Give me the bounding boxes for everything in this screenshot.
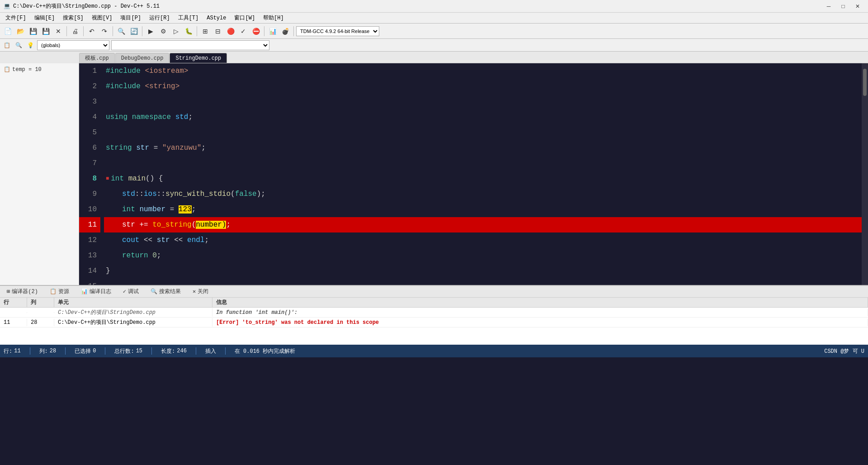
- code-line-2[interactable]: #include <string>: [104, 79, 868, 94]
- toolbar2: 📋 🔍 💡 (globals): [0, 39, 868, 52]
- toolbar-sep-2: [83, 26, 84, 36]
- tb-print[interactable]: 🖨: [69, 25, 81, 37]
- tb-compile-run[interactable]: ▶: [145, 25, 156, 37]
- tb-replace[interactable]: 🔄: [128, 25, 140, 37]
- sidebar-item-label: temp = 10: [12, 66, 42, 73]
- error-row-1[interactable]: 11 28 C:\Dev-C++的项目\StringDemo.cpp [Erro…: [0, 318, 868, 327]
- sidebar: 📋 temp = 10: [0, 63, 79, 285]
- tab-template[interactable]: 模板.cpp: [79, 53, 115, 63]
- err-row-0: [0, 312, 27, 313]
- status-right: CSDN @梦 可 U: [824, 347, 864, 355]
- tb-compile[interactable]: ⚙: [157, 25, 169, 37]
- bottom-tab-debug[interactable]: ✓ 调试: [118, 287, 144, 297]
- tb-bomb[interactable]: 💣: [279, 25, 291, 37]
- col-col: 列: [27, 298, 54, 307]
- tab-stringdemo[interactable]: StringDemo.cpp: [170, 53, 227, 63]
- menu-help[interactable]: 帮助[H]: [259, 13, 288, 23]
- status-div-1: [30, 347, 30, 355]
- tb-chart[interactable]: 📊: [267, 25, 278, 37]
- tb-undo[interactable]: ↶: [86, 25, 98, 37]
- tb-new[interactable]: 📄: [2, 25, 14, 37]
- ln-10: 10: [79, 202, 100, 217]
- menu-tools[interactable]: 工具[T]: [175, 13, 203, 23]
- toolbar-sep-6: [264, 26, 264, 36]
- code-line-11[interactable]: str += to_string(number);: [104, 217, 868, 232]
- error-row-file[interactable]: C:\Dev-C++的项目\StringDemo.cpp In function…: [0, 308, 868, 318]
- menu-edit[interactable]: 编辑[E]: [31, 13, 59, 23]
- tb2-icon1[interactable]: 📋: [2, 40, 12, 50]
- ln-12: 12: [79, 232, 100, 248]
- menu-search[interactable]: 搜索[S]: [59, 13, 87, 23]
- toolbar-sep-5: [197, 26, 197, 36]
- pp-1: #include: [106, 67, 141, 75]
- tb2-icon2[interactable]: 🔍: [14, 40, 24, 50]
- err-unit-0: C:\Dev-C++的项目\StringDemo.cpp: [54, 308, 212, 317]
- scrollbar[interactable]: [862, 63, 868, 285]
- code-line-8[interactable]: ■int main() {: [104, 171, 868, 186]
- status-bar: 行: 11 列: 28 已选择 0 总行数: 15 长度: 246 插入 在 0…: [0, 345, 868, 357]
- maximize-button[interactable]: □: [836, 2, 850, 11]
- tb-find[interactable]: 🔍: [115, 25, 127, 37]
- bottom-tab-resources[interactable]: 📋 资源: [45, 287, 74, 297]
- tb-save-all[interactable]: 💾: [40, 25, 52, 37]
- tb-run[interactable]: ▷: [170, 25, 182, 37]
- col-row: 行: [0, 298, 27, 307]
- tb-close[interactable]: ✕: [52, 25, 64, 37]
- tb-outdent[interactable]: ⊟: [212, 25, 224, 37]
- status-col: 列: 28: [39, 347, 57, 355]
- err-row-1: 11: [0, 319, 27, 326]
- code-lines: #include <iostream> #include <string> us…: [104, 63, 868, 285]
- tb-open[interactable]: 📂: [14, 25, 26, 37]
- tb-debug[interactable]: 🐛: [183, 25, 194, 37]
- col-unit: 单元: [54, 298, 212, 307]
- status-div-3: [105, 347, 105, 355]
- bottom-panel: ⊞ 编译器(2) 📋 资源 📊 编译日志 ✓ 调试 🔍 搜索结果 ✕ 关闭 行 …: [0, 285, 868, 345]
- window-title: C:\Dev-C++的项目\StringDemo.cpp - Dev-C++ 5…: [13, 2, 160, 10]
- scope-select[interactable]: [111, 40, 269, 50]
- code-line-14[interactable]: }: [104, 263, 868, 279]
- bottom-tab-close[interactable]: ✕ 关闭: [188, 287, 213, 297]
- code-line-13[interactable]: return 0;: [104, 248, 868, 263]
- close-button[interactable]: ✕: [851, 2, 864, 11]
- compiler-select[interactable]: TDM-GCC 4.9.2 64-bit Release: [296, 26, 379, 36]
- code-line-3[interactable]: [104, 94, 868, 109]
- code-line-9[interactable]: std::ios::sync_with_stdio(false);: [104, 186, 868, 202]
- code-line-4[interactable]: using namespace std;: [104, 109, 868, 125]
- bottom-tab-compiler[interactable]: ⊞ 编译器(2): [2, 287, 43, 297]
- minimize-button[interactable]: ─: [822, 2, 835, 11]
- menu-run[interactable]: 运行[R]: [146, 13, 174, 23]
- tb-save[interactable]: 💾: [27, 25, 39, 37]
- code-line-10[interactable]: int number = 123;: [104, 202, 868, 217]
- menu-file[interactable]: 文件[F]: [2, 13, 30, 23]
- bottom-tab-compile-log[interactable]: 📊 编译日志: [76, 287, 116, 297]
- code-line-6[interactable]: string str = "yanzuwu";: [104, 140, 868, 156]
- ln-15: 15: [79, 279, 100, 285]
- tb-indent[interactable]: ⊞: [199, 25, 211, 37]
- code-line-15[interactable]: [104, 279, 868, 285]
- toolbar-sep-4: [142, 26, 142, 36]
- tb-stop[interactable]: ⛔: [250, 25, 262, 37]
- code-line-5[interactable]: [104, 125, 868, 140]
- sidebar-item-icon: 📋: [4, 66, 10, 73]
- menu-astyle[interactable]: AStyle: [203, 13, 230, 23]
- code-line-12[interactable]: cout << str << endl;: [104, 232, 868, 248]
- code-editor[interactable]: 1 2 3 4 5 6 7 8 9 10 11 12 13 14 15 #i: [79, 63, 868, 285]
- menu-view[interactable]: 视图[V]: [88, 13, 116, 23]
- tb-redo[interactable]: ↷: [99, 25, 110, 37]
- menu-project[interactable]: 项目[P]: [117, 13, 145, 23]
- status-length: 长度: 246: [161, 347, 187, 355]
- bottom-tab-search[interactable]: 🔍 搜索结果: [146, 287, 186, 297]
- tab-debugdemo[interactable]: DebugDemo.cpp: [115, 53, 170, 63]
- tb-toggle-bkpt[interactable]: 🔴: [225, 25, 236, 37]
- bottom-tabs: ⊞ 编译器(2) 📋 资源 📊 编译日志 ✓ 调试 🔍 搜索结果 ✕ 关闭: [0, 286, 868, 298]
- sidebar-item-temp[interactable]: 📋 temp = 10: [0, 65, 79, 74]
- code-line-7[interactable]: [104, 156, 868, 171]
- ln-7: 7: [79, 156, 100, 171]
- globals-select[interactable]: (globals): [37, 40, 109, 50]
- tb2-icon3[interactable]: 💡: [25, 40, 35, 50]
- toolbar-sep-7: [293, 26, 294, 36]
- err-col-0: [27, 312, 54, 313]
- tb-check[interactable]: ✓: [237, 25, 249, 37]
- code-line-1[interactable]: #include <iostream>: [104, 63, 868, 79]
- menu-window[interactable]: 窗口[W]: [231, 13, 259, 23]
